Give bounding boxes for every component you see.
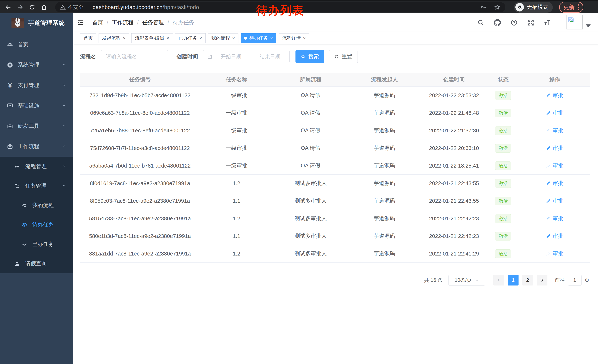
incognito-icon — [515, 3, 524, 11]
sidebar-item-workflow[interactable]: 工作流程 — [0, 136, 73, 157]
goto-page-input[interactable] — [568, 275, 581, 285]
sidebar-item-my-process[interactable]: 我的流程 — [0, 195, 73, 215]
sidebar-item-task-mgmt[interactable]: 任务管理 — [0, 176, 73, 195]
tag-home[interactable]: 首页× — [80, 33, 96, 43]
approve-link[interactable]: 审批 — [546, 215, 563, 222]
tag-todo-tasks[interactable]: 待办任务× — [241, 33, 276, 43]
app-title: 芋道管理系统 — [28, 19, 65, 27]
sidebar-collapse-icon[interactable] — [77, 19, 84, 26]
time-cell: 2022-01-21 22:42:23 — [421, 216, 487, 222]
sidebar-item-dev-tools[interactable]: 研发工具 — [0, 116, 73, 136]
avatar[interactable] — [566, 15, 583, 29]
approve-link[interactable]: 审批 — [546, 109, 563, 117]
approve-link[interactable]: 审批 — [546, 250, 563, 257]
search-icon[interactable] — [477, 19, 485, 26]
browser-home-icon[interactable] — [40, 4, 47, 11]
bookmark-star-icon[interactable] — [494, 4, 500, 11]
eye-closed-icon — [21, 241, 27, 247]
flow-cell: OA 请假 — [273, 92, 348, 99]
browser-update-button[interactable]: 更新 — [559, 2, 583, 13]
close-icon[interactable]: × — [199, 36, 202, 40]
prev-page-button[interactable] — [493, 275, 504, 285]
starter-cell: 芋道源码 — [348, 180, 421, 187]
flow-cell: 测试多审批人 — [273, 215, 348, 222]
sidebar-item-todo-tasks[interactable]: 待办任务 — [0, 215, 73, 235]
starter-cell: 芋道源码 — [348, 250, 421, 257]
approve-link[interactable]: 审批 — [546, 162, 563, 170]
flow-cell: OA 请假 — [273, 145, 348, 152]
sidebar-item-label: 首页 — [18, 41, 29, 48]
approve-link[interactable]: 审批 — [546, 232, 563, 240]
reset-button[interactable]: 重置 — [329, 50, 358, 63]
app-logo-row[interactable]: 芋道管理系统 — [0, 13, 73, 32]
tag-form-edit[interactable]: 流程表单-编辑× — [131, 33, 173, 43]
page-size-select[interactable]: 10条/页 — [448, 275, 485, 285]
github-icon[interactable] — [493, 19, 501, 26]
browser-forward-icon[interactable] — [17, 4, 24, 11]
task-id-cell: 725a1eb6-7b88-11ec-8ef0-acde48001122 — [80, 128, 200, 134]
status-badge: 激活 — [495, 126, 511, 135]
page-button-2[interactable]: 2 — [522, 275, 533, 285]
sidebar-menu: 首页 系统管理 ¥ 支付管理 — [0, 32, 73, 273]
table-row: 75d72608-7b7f-11ec-a3c8-acde48001122 一级审… — [80, 139, 590, 157]
help-icon[interactable] — [510, 19, 518, 26]
breadcrumb-workflow[interactable]: 工作流程 — [112, 19, 133, 26]
close-icon[interactable]: × — [303, 36, 306, 40]
chevron-down-icon — [62, 123, 66, 129]
search-button[interactable]: 搜索 — [295, 50, 324, 63]
sidebar-item-payment[interactable]: ¥ 支付管理 — [0, 75, 73, 96]
avatar-caret-icon[interactable] — [586, 24, 590, 27]
list-icon — [14, 163, 20, 170]
tags-bar: 首页× 发起流程× 流程表单-编辑× 已办任务× 我的流程× 待办任务× 流程详… — [73, 32, 598, 44]
start-date-placeholder: 开始日期 — [216, 53, 246, 60]
close-icon[interactable]: × — [123, 36, 126, 40]
task-name-cell: 一级审批 — [200, 162, 273, 170]
approve-link[interactable]: 审批 — [546, 127, 563, 134]
browser-reload-icon[interactable] — [29, 4, 36, 11]
not-secure-warning[interactable]: 不安全 — [60, 4, 83, 11]
tag-done-tasks[interactable]: 已办任务× — [175, 33, 206, 43]
table-row: 381aa1dd-7ac8-11ec-a9e2-a2380e71991a 1.2… — [80, 245, 590, 263]
table-body: 73211d9d-7b9b-11ec-b5b7-acde48001122 一级审… — [80, 87, 590, 263]
browser-menu-icon[interactable] — [578, 4, 579, 10]
sidebar-item-infrastructure[interactable]: 基础设施 — [0, 96, 73, 116]
edit-pen-icon — [546, 93, 551, 98]
breadcrumb-home[interactable]: 首页 — [92, 19, 103, 26]
date-range-picker[interactable]: 开始日期 - 结束日期 — [203, 50, 290, 63]
close-icon[interactable]: × — [270, 36, 273, 40]
browser-back-icon[interactable] — [5, 4, 12, 11]
flow-cell: 测试多审批人 — [273, 180, 348, 187]
sidebar-item-process-mgmt[interactable]: 流程管理 — [0, 157, 73, 176]
tag-my-process[interactable]: 我的流程× — [208, 33, 238, 43]
breadcrumb-task-mgmt[interactable]: 任务管理 — [142, 19, 164, 26]
page-button-1[interactable]: 1 — [508, 275, 519, 285]
next-page-button[interactable] — [537, 275, 548, 285]
sidebar-item-done-tasks[interactable]: 已办任务 — [0, 235, 73, 254]
font-size-icon[interactable] — [544, 19, 551, 26]
incognito-label: 无痕模式 — [527, 4, 548, 11]
time-cell: 2022-01-22 21:48:48 — [421, 110, 487, 116]
yen-icon: ¥ — [6, 82, 14, 89]
sidebar-item-label: 工作流程 — [18, 143, 39, 150]
screen: 不安全 dashboard.yudao.iocoder.cn/bpm/task/… — [0, 0, 598, 364]
url-text[interactable]: dashboard.yudao.iocoder.cn/bpm/task/todo — [93, 4, 199, 10]
close-icon[interactable]: × — [166, 36, 169, 40]
tag-start-process[interactable]: 发起流程× — [99, 33, 129, 43]
password-key-icon[interactable] — [480, 4, 486, 10]
process-name-input[interactable] — [101, 50, 168, 63]
approve-link[interactable]: 审批 — [546, 180, 563, 187]
tag-process-detail[interactable]: 流程详情× — [279, 33, 309, 43]
approve-link[interactable]: 审批 — [546, 92, 563, 99]
end-date-placeholder: 结束日期 — [255, 53, 285, 60]
sidebar-item-leave-query[interactable]: 请假查询 — [0, 254, 73, 273]
sidebar-item-label: 我的流程 — [32, 202, 54, 209]
approve-link[interactable]: 审批 — [546, 145, 563, 152]
sidebar-item-home[interactable]: 首页 — [0, 34, 73, 55]
close-icon[interactable]: × — [232, 36, 235, 40]
edit-pen-icon — [546, 128, 551, 133]
fullscreen-icon[interactable] — [527, 19, 535, 26]
table-row: 725a1eb6-7b88-11ec-8ef0-acde48001122 一级审… — [80, 122, 590, 139]
approve-link[interactable]: 审批 — [546, 197, 563, 205]
sidebar-item-system[interactable]: 系统管理 — [0, 55, 73, 75]
calendar-icon — [207, 54, 212, 59]
